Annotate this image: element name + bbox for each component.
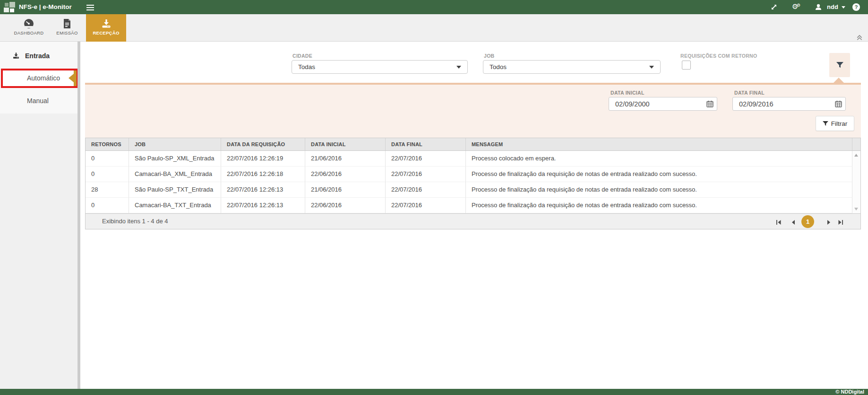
cell-data-requisicao: 22/07/2016 12:26:19	[221, 151, 305, 167]
col-job[interactable]: JOB	[129, 138, 221, 150]
cell-job: São Paulo-SP_TXT_Entrada	[129, 182, 221, 198]
scroll-up-icon[interactable]	[854, 154, 858, 157]
chevron-down-icon	[456, 66, 461, 69]
job-select-value: Todos	[490, 61, 507, 73]
cell-mensagem: Processo de finalização da requisição de…	[466, 182, 852, 198]
cell-retornos: 0	[86, 151, 129, 167]
data-final-label: DATA FINAL	[734, 90, 765, 96]
filtrar-button[interactable]: Filtrar	[816, 116, 854, 131]
topbar: NFS-e | e-Monitor ⚙⚙ ndd ?	[0, 0, 868, 14]
grid-pager: Exibindo itens 1 - 4 de 4 1	[86, 213, 860, 229]
help-icon[interactable]: ?	[852, 3, 860, 11]
results-grid: RETORNOS JOB DATA DA REQUISIÇÃO DATA INI…	[85, 138, 861, 229]
data-inicial-field	[609, 97, 717, 111]
scroll-down-icon[interactable]	[854, 208, 858, 211]
pager-next-icon[interactable]	[826, 219, 833, 224]
table-row[interactable]: 0 São Paulo-SP_XML_Entrada 22/07/2016 12…	[86, 151, 860, 167]
cell-job: Camacari-BA_TXT_Entrada	[129, 198, 221, 213]
date-filter-panel: DATA INICIAL DATA FINAL Filtrar	[85, 83, 861, 138]
col-mensagem[interactable]: MENSAGEM	[466, 138, 852, 150]
username: ndd	[827, 3, 838, 10]
data-final-input[interactable]	[732, 97, 846, 111]
user-icon[interactable]	[815, 3, 823, 11]
download-tray-icon	[101, 18, 112, 29]
col-data-final[interactable]: DATA FINAL	[386, 138, 466, 150]
requisicoes-retorno-label: REQUISIÇÕES COM RETORNO	[680, 53, 757, 59]
tab-recepcao-active[interactable]: RECEPÇÃO	[86, 14, 126, 42]
calendar-icon[interactable]	[706, 100, 713, 107]
cell-data-inicial: 21/06/2016	[305, 182, 386, 198]
pager-prev-icon[interactable]	[791, 219, 797, 224]
job-label: JOB	[484, 53, 495, 59]
cell-mensagem: Processo de finalização da requisição de…	[466, 167, 852, 182]
sidebar-item-manual-label: Manual	[27, 92, 49, 109]
filter-panel-toggle-button[interactable]	[829, 53, 850, 77]
settings-gears-icon[interactable]: ⚙⚙	[792, 2, 800, 9]
sidebar-item-entrada[interactable]: Entrada	[0, 47, 77, 64]
cell-data-requisicao: 22/07/2016 12:26:13	[221, 198, 305, 213]
requisicoes-retorno-checkbox[interactable]	[682, 61, 691, 70]
chevron-down-icon	[842, 6, 845, 9]
collapse-toolbar-icon[interactable]	[856, 34, 863, 41]
cell-data-final: 22/07/2016	[386, 198, 466, 213]
cidade-select[interactable]: Todas	[292, 60, 468, 74]
footer: © NDDigital	[0, 389, 868, 395]
cell-data-requisicao: 22/07/2016 12:26:18	[221, 167, 305, 182]
pager-page-1[interactable]: 1	[801, 215, 814, 228]
table-scrollbar[interactable]	[852, 151, 860, 213]
cell-data-final: 22/07/2016	[386, 167, 466, 182]
entrada-download-icon	[12, 52, 20, 60]
cell-job: Camacari-BA_XML_Entrada	[129, 167, 221, 182]
pager-status: Exibindo itens 1 - 4 de 4	[102, 214, 168, 229]
sidebar-item-entrada-label: Entrada	[25, 47, 50, 64]
data-inicial-input[interactable]	[609, 97, 717, 111]
fullscreen-icon[interactable]	[770, 3, 779, 11]
table-row[interactable]: 0 Camacari-BA_TXT_Entrada 22/07/2016 12:…	[86, 198, 860, 213]
app-logo-icon	[4, 1, 17, 13]
table-row[interactable]: 0 Camacari-BA_XML_Entrada 22/07/2016 12:…	[86, 167, 860, 182]
filter-panel-caret	[834, 78, 844, 83]
active-item-strip	[74, 70, 77, 86]
sidebar-item-manual[interactable]: Manual	[0, 92, 77, 109]
grid-body: 0 São Paulo-SP_XML_Entrada 22/07/2016 12…	[86, 151, 860, 213]
cell-data-inicial: 21/06/2016	[305, 151, 386, 167]
cell-retornos: 0	[86, 167, 129, 182]
pager-first-icon[interactable]	[776, 219, 782, 224]
calendar-icon[interactable]	[835, 100, 842, 107]
cidade-label: CIDADE	[292, 53, 312, 59]
funnel-icon	[823, 121, 828, 126]
tab-dashboard-label: DASHBOARD	[9, 30, 48, 35]
job-select[interactable]: Todos	[483, 60, 661, 74]
module-toolbar: DASHBOARD EMISSÃO RECEPÇÃO	[0, 14, 868, 42]
tab-emissao-label: EMISSÃO	[48, 30, 86, 35]
grid-header: RETORNOS JOB DATA DA REQUISIÇÃO DATA INI…	[86, 138, 860, 151]
tab-dashboard[interactable]: DASHBOARD	[9, 14, 48, 42]
cell-mensagem: Processo de finalização da requisição de…	[466, 198, 852, 213]
cell-job: São Paulo-SP_XML_Entrada	[129, 151, 221, 167]
cell-retornos: 28	[86, 182, 129, 198]
sidebar-item-automatico-label: Automático	[27, 70, 60, 86]
filtrar-button-label: Filtrar	[831, 120, 848, 127]
app-window: NFS-e | e-Monitor ⚙⚙ ndd ? DASHBOARD EMI…	[0, 0, 868, 395]
pager-last-icon[interactable]	[838, 219, 844, 224]
sidebar: Entrada Automático Manual	[0, 42, 80, 389]
gauge-icon	[23, 18, 34, 29]
header-filler	[852, 138, 860, 150]
cell-data-inicial: 22/06/2016	[305, 167, 386, 182]
sidebar-item-automatico[interactable]: Automático	[3, 70, 77, 86]
tab-recepcao-label: RECEPÇÃO	[86, 30, 126, 35]
table-row[interactable]: 28 São Paulo-SP_TXT_Entrada 22/07/2016 1…	[86, 182, 860, 198]
data-inicial-label: DATA INICIAL	[610, 90, 645, 96]
click-annotation-highlight: Automático	[1, 69, 78, 88]
chevron-down-icon	[649, 66, 654, 69]
menu-hamburger-icon[interactable]	[86, 3, 95, 11]
col-data-requisicao[interactable]: DATA DA REQUISIÇÃO	[221, 138, 305, 150]
col-retornos[interactable]: RETORNOS	[86, 138, 129, 150]
funnel-icon	[836, 62, 843, 69]
user-menu[interactable]: ndd	[827, 0, 845, 14]
active-item-caret-icon	[69, 74, 74, 82]
tab-emissao[interactable]: EMISSÃO	[48, 14, 86, 42]
col-data-inicial[interactable]: DATA INICIAL	[305, 138, 386, 150]
app-title: NFS-e | e-Monitor	[19, 0, 72, 14]
cell-data-inicial: 22/06/2016	[305, 198, 386, 213]
